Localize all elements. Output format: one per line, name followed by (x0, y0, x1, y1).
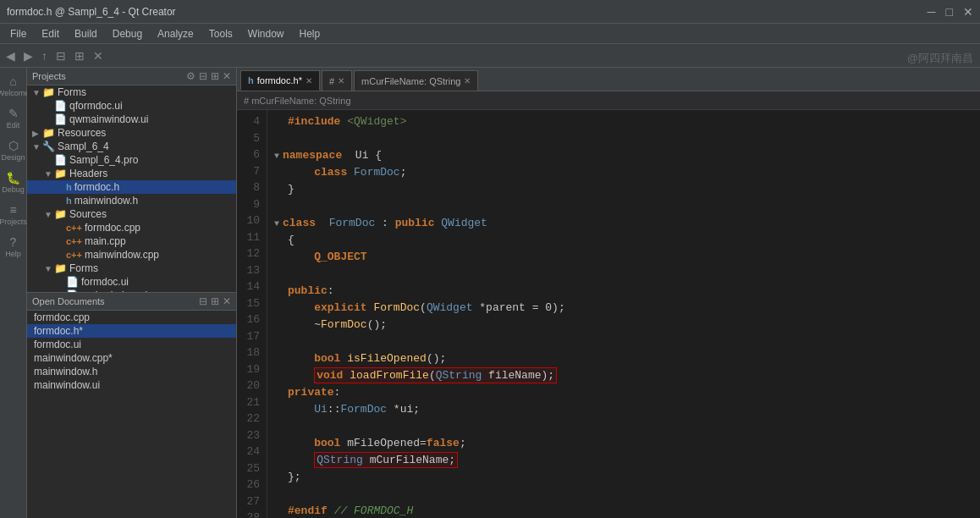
close-btn[interactable]: ✕ (963, 5, 973, 19)
sidebar-btn-projects[interactable]: ≡Projects (1, 200, 26, 230)
forward-btn[interactable]: ▶ (21, 49, 36, 63)
minimize-btn[interactable]: ─ (928, 5, 936, 19)
line-number: 26 (240, 477, 260, 493)
keyword: class (283, 217, 316, 229)
welcome-icon: ⌂ (6, 75, 21, 87)
code-text: }; (288, 471, 301, 483)
tree-item[interactable]: ▼ 📁 Forms (27, 85, 236, 99)
line-number: 17 (240, 328, 260, 345)
sidebar-btn-design[interactable]: ⬡Design (1, 135, 26, 166)
code-line (274, 266, 973, 283)
open-docs-expand[interactable]: ⊞ (211, 295, 219, 307)
tree-item[interactable]: c++ main.cpp (27, 234, 236, 248)
open-doc-label: formdoc.cpp (27, 311, 90, 323)
comment: // FORMDOC_H (334, 504, 414, 517)
titlebar: formdoc.h @ Sampl_6_4 - Qt Creator ─ □ ✕ (0, 0, 980, 24)
tab-bar: hformdoc.h*✕#✕mCurFileName: QString✕ (237, 68, 980, 91)
open-docs-title: Open Documents (32, 296, 105, 306)
tree-item[interactable]: 📄 qformdoc.ui (27, 99, 236, 113)
tree-item[interactable]: c++ formdoc.cpp (27, 221, 236, 234)
open-docs-close[interactable]: ✕ (223, 295, 231, 307)
tree-item[interactable]: 📄 Sampl_6_4.pro (27, 153, 236, 167)
close-panel-icon[interactable]: ✕ (223, 70, 231, 82)
open-doc-label: mainwindow.h (27, 366, 97, 377)
tree-label: mainwindow.h (74, 195, 138, 207)
type: QWidget (427, 301, 473, 314)
menu-item-help[interactable]: Help (293, 26, 328, 41)
line-number: 21 (240, 394, 260, 411)
code-editor[interactable]: 4567891011121314151617181920212223242526… (237, 110, 980, 518)
tree-label: formdoc.ui (81, 276, 129, 288)
back-btn[interactable]: ◀ (3, 49, 18, 63)
sidebar-btn-edit[interactable]: ✎Edit (1, 103, 26, 134)
expand-icon[interactable]: ⊞ (211, 70, 219, 82)
tree-item[interactable]: h formdoc.h (27, 180, 236, 194)
tree-item[interactable]: c++ mainwindow.cpp (27, 248, 236, 262)
line-number: 13 (240, 262, 260, 279)
open-doc-item[interactable]: mainwindow.cpp* (27, 351, 236, 365)
debug-icon: 🐛 (6, 172, 21, 184)
highlighted-line: void loadFromFile(QString fileName); (314, 367, 557, 383)
line-number: 12 (240, 245, 260, 262)
tab-close-btn[interactable]: ✕ (464, 76, 471, 85)
file-icon: 📄 (54, 154, 67, 166)
type: FormDoc (322, 217, 375, 229)
open-docs-split[interactable]: ⊟ (199, 295, 207, 307)
fold-arrow[interactable]: ▼ (274, 150, 279, 163)
type: FormDoc (340, 403, 387, 416)
tree-item[interactable]: ▼ 📁 Forms (27, 262, 236, 275)
projects-title: Projects (32, 71, 66, 81)
tree-item[interactable]: ▼ 🔧 Sampl_6_4 (27, 140, 236, 153)
split-icon[interactable]: ⊟ (199, 70, 207, 82)
tree-item[interactable]: ▶ 📁 Resources (27, 126, 236, 140)
projects-icon: ≡ (6, 204, 21, 216)
tree-item[interactable]: ▼ 📁 Headers (27, 167, 236, 180)
sidebar-btn-debug[interactable]: 🐛Debug (1, 168, 26, 198)
maximize-btn[interactable]: □ (946, 5, 953, 19)
tree-arrow: ▼ (44, 169, 54, 179)
code-content[interactable]: #include <QWidget>▼namespace Ui { class … (267, 110, 980, 518)
tree-item[interactable]: 📄 formdoc.ui (27, 275, 236, 289)
line-number: 9 (240, 196, 260, 213)
tree-item[interactable]: ▼ 📁 Sources (27, 207, 236, 221)
open-doc-item[interactable]: mainwindow.ui (27, 378, 236, 392)
nav-split-btn[interactable]: ⊟ (53, 49, 69, 63)
tab-close-btn[interactable]: ✕ (306, 76, 312, 85)
tab-close-btn[interactable]: ✕ (338, 76, 344, 85)
line-number: 7 (240, 163, 260, 180)
nav-expand-btn[interactable]: ⊞ (72, 49, 87, 63)
open-docs-actions: ⊟ ⊞ ✕ (199, 295, 231, 307)
open-doc-item[interactable]: formdoc.h* (27, 324, 236, 338)
menu-item-tools[interactable]: Tools (202, 26, 239, 41)
filter-icon[interactable]: ⚙ (186, 70, 195, 82)
menu-item-build[interactable]: Build (68, 26, 104, 41)
sidebar-btn-help[interactable]: ?Help (1, 232, 26, 262)
menu-item-edit[interactable]: Edit (35, 26, 66, 41)
editor-tab[interactable]: mCurFileName: QString✕ (354, 70, 478, 91)
tree-item[interactable]: 📄 qwmainwindow.ui (27, 113, 236, 126)
open-doc-item[interactable]: formdoc.cpp (27, 311, 236, 324)
projects-label: Projects (0, 218, 27, 226)
keyword: private (288, 386, 334, 399)
menu-item-debug[interactable]: Debug (106, 26, 149, 41)
nav-close-btn[interactable]: ✕ (91, 49, 106, 63)
sidebar-btn-welcome[interactable]: ⌂Welcome (1, 71, 26, 102)
panel-actions: ⚙ ⊟ ⊞ ✕ (186, 70, 231, 82)
nav-up-btn[interactable]: ↑ (39, 49, 50, 63)
edit-label: Edit (7, 121, 20, 130)
editor-tab[interactable]: hformdoc.h*✕ (240, 70, 320, 91)
fold-arrow[interactable]: ▼ (274, 218, 279, 230)
menu-item-file[interactable]: File (3, 26, 33, 41)
open-documents-list: formdoc.cppformdoc.h*formdoc.uimainwindo… (27, 311, 236, 392)
editor-tab[interactable]: #✕ (322, 70, 352, 91)
open-doc-item[interactable]: formdoc.ui (27, 338, 236, 351)
tab-label: mCurFileName: QString (361, 76, 460, 86)
tab-label: # (329, 76, 334, 86)
code-line (274, 198, 973, 215)
tree-item[interactable]: h mainwindow.h (27, 194, 236, 207)
menu-item-window[interactable]: Window (241, 26, 291, 41)
open-doc-item[interactable]: mainwindow.h (27, 365, 236, 378)
code-line: bool isFileOpened(); (274, 350, 973, 367)
menu-item-analyze[interactable]: Analyze (151, 26, 201, 41)
tree-arrow: ▼ (44, 264, 54, 273)
